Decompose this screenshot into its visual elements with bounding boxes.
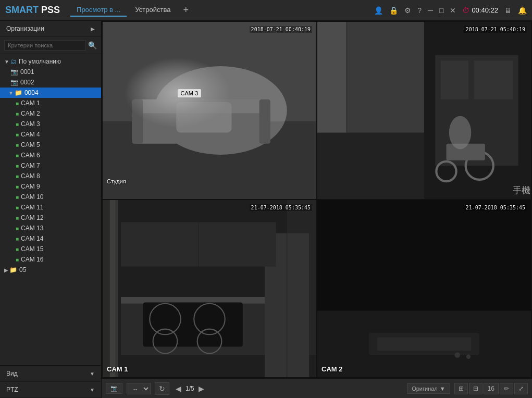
tree-label-cam4: CAM 4 [21, 131, 40, 138]
tree-label-05: 05 [19, 266, 26, 273]
tree-item-cam7[interactable]: ■ CAM 7 [0, 160, 101, 171]
tree-item-0001[interactable]: 📷 0001 [0, 67, 101, 77]
camera-cell-top-left[interactable]: 2018-07-21 00:40:19 Студия CAM 3 [103, 22, 316, 199]
sidebar-view-item[interactable]: Вид ▼ [0, 366, 101, 382]
tree-item-default[interactable]: ▼ 🗂 По умолчанию [0, 56, 101, 67]
tab-review[interactable]: Просмотр в ... [70, 4, 127, 17]
svg-rect-16 [474, 60, 513, 99]
tree-label-cam12: CAM 12 [21, 214, 43, 221]
sidebar: Организации ▶ 🔍 ▼ 🗂 По умолчанию 📷 0001 … [0, 21, 102, 398]
ptz-dropdown-icon: ▼ [90, 387, 95, 393]
cam2-scene: 手機 [317, 22, 531, 199]
source-select[interactable]: -- [127, 383, 151, 394]
camera-cell-bottom-left[interactable]: 21-07-2018 05:35:45 CAM 1 [103, 200, 316, 377]
tree-item-cam10[interactable]: ■ CAM 10 [0, 192, 101, 202]
device-icon-0002: 📷 [10, 79, 18, 86]
tree-label-default: По умолчанию [19, 58, 61, 65]
snapshot-button[interactable]: 📷 [106, 383, 122, 394]
tree-item-cam3[interactable]: ■ CAM 3 [0, 119, 101, 129]
tree-label-cam16: CAM 16 [21, 256, 43, 263]
cam-timestamp-top-right: 2018-07-21 05:40:19 [464, 26, 527, 33]
quality-select[interactable]: Оригинал ▼ [407, 383, 450, 394]
tree-item-cam9[interactable]: ■ CAM 9 [0, 181, 101, 192]
tree-item-0002[interactable]: 📷 0002 [0, 77, 101, 88]
tree-label-cam13: CAM 13 [21, 225, 43, 232]
tree-label-0001: 0001 [20, 68, 34, 76]
nav-prev-button[interactable]: ◀ [174, 383, 183, 394]
tree-item-cam2[interactable]: ■ CAM 2 [0, 108, 101, 119]
clock-icon: ⏱ [462, 6, 469, 15]
svg-point-20 [449, 116, 472, 150]
tree-label-cam9: CAM 9 [21, 183, 40, 190]
help-icon[interactable]: ? [417, 6, 422, 15]
svg-text:手機: 手機 [513, 185, 530, 195]
cam-icon-10: ■ [16, 194, 19, 200]
cam-icon-12: ■ [16, 215, 19, 221]
camera-cell-top-right[interactable]: 手機 2018-07-21 05:40:19 [317, 22, 531, 199]
layout-buttons: ⊞ ⊟ 16 ✏ ⤢ [454, 383, 528, 394]
tree-item-cam16[interactable]: ■ CAM 16 [0, 254, 101, 265]
tree-item-cam1[interactable]: ■ CAM 1 [0, 98, 101, 108]
add-tab-button[interactable]: + [179, 5, 193, 16]
search-input[interactable] [4, 40, 86, 51]
lock-icon[interactable]: 🔒 [389, 6, 398, 15]
nav-next-button[interactable]: ▶ [196, 383, 206, 394]
tree-item-cam14[interactable]: ■ CAM 14 [0, 233, 101, 244]
sidebar-search-bar: 🔍 [0, 37, 101, 54]
tree-item-cam8[interactable]: ■ CAM 8 [0, 171, 101, 181]
sidebar-header: Организации ▶ [0, 21, 101, 37]
cam-icon-4: ■ [16, 132, 19, 138]
fullscreen-button[interactable]: ⤢ [514, 383, 528, 394]
camera-cell-bottom-right[interactable]: 21-07-2018 05:35:45 CAM 2 [317, 200, 531, 377]
main-layout: Организации ▶ 🔍 ▼ 🗂 По умолчанию 📷 0001 … [0, 21, 532, 398]
sidebar-arrow-icon[interactable]: ▶ [91, 26, 95, 32]
camera-monitor-icon[interactable]: 🖥 [504, 6, 512, 15]
svg-rect-15 [441, 60, 468, 99]
tree-item-cam5[interactable]: ■ CAM 5 [0, 140, 101, 150]
tree-item-cam13[interactable]: ■ CAM 13 [0, 223, 101, 233]
cam-icon-15: ■ [16, 246, 19, 252]
tree-label-cam5: CAM 5 [21, 141, 40, 148]
layout-2x2-button[interactable]: ⊟ [469, 383, 482, 394]
tree-item-cam6[interactable]: ■ CAM 6 [0, 150, 101, 160]
refresh-button[interactable]: ↻ [155, 382, 169, 395]
tree-item-0004[interactable]: ▼ 📁 0004 [0, 88, 101, 98]
search-icon[interactable]: 🔍 [88, 41, 97, 49]
app-name-part2: PSS [41, 5, 60, 15]
tree-label-cam3: CAM 3 [21, 120, 40, 128]
bottombar-nav: ◀ 1/5 ▶ [174, 383, 206, 394]
minimize-icon[interactable]: ─ [428, 6, 433, 15]
tree-item-cam12[interactable]: ■ CAM 12 [0, 213, 101, 223]
tab-devices[interactable]: Устройства [129, 4, 177, 17]
cam3-tooltip: CAM 3 [178, 89, 202, 97]
maximize-icon[interactable]: □ [439, 6, 443, 15]
cam-icon-11: ■ [16, 205, 19, 210]
sidebar-title: Организации [6, 25, 44, 32]
svg-rect-12 [317, 22, 347, 133]
bell-icon[interactable]: 🔔 [518, 6, 527, 15]
tree-label-cam11: CAM 11 [21, 204, 43, 211]
cam-icon-8: ■ [16, 173, 19, 179]
view-dropdown-icon: ▼ [90, 371, 95, 377]
expand-05-icon: ▶ [4, 267, 8, 273]
tree-item-05[interactable]: ▶ 📁 05 [0, 265, 101, 275]
sidebar-ptz-item[interactable]: PTZ ▼ [0, 382, 101, 398]
tree-label-cam15: CAM 15 [21, 245, 43, 253]
tree-item-cam15[interactable]: ■ CAM 15 [0, 244, 101, 254]
cam-label-bottom-right: CAM 2 [321, 365, 342, 373]
svg-rect-6 [132, 100, 143, 144]
tree-item-cam11[interactable]: ■ CAM 11 [0, 202, 101, 213]
svg-rect-5 [132, 100, 270, 114]
close-icon[interactable]: ✕ [450, 6, 456, 15]
topbar-tabs: Просмотр в ... Устройства + [70, 4, 374, 17]
cam3-scene [103, 200, 316, 377]
cam-label-bottom-left: CAM 1 [107, 365, 128, 373]
user-icon[interactable]: 👤 [374, 6, 383, 15]
cam4-scene [317, 200, 531, 377]
gear-icon[interactable]: ⚙ [404, 6, 411, 15]
cam-timestamp-top-left: 2018-07-21 00:40:19 [250, 26, 312, 33]
tree-item-cam4[interactable]: ■ CAM 4 [0, 129, 101, 140]
layout-16-button[interactable]: 16 [484, 383, 499, 394]
layout-1x1-button[interactable]: ⊞ [454, 383, 468, 394]
edit-layout-button[interactable]: ✏ [500, 383, 513, 394]
